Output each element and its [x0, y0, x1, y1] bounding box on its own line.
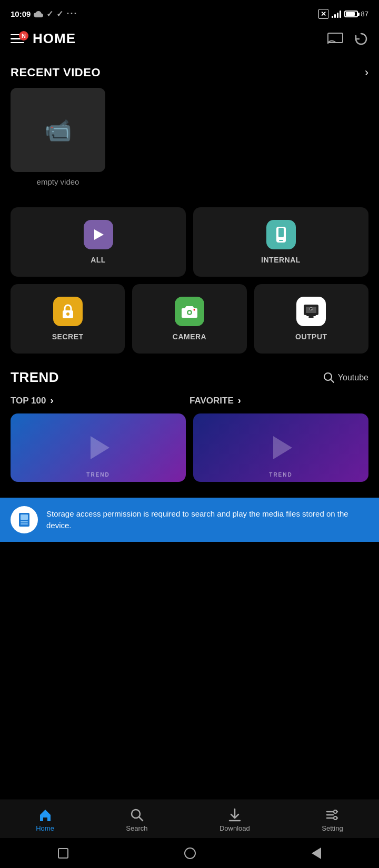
square-icon	[58, 848, 68, 859]
home-label: Home	[36, 824, 54, 832]
nav-home[interactable]: Home	[36, 808, 54, 832]
download-label: Download	[220, 824, 250, 832]
grid-card-camera[interactable]: CAMERA	[132, 284, 246, 354]
trend-card-1[interactable]: TREND	[11, 413, 186, 482]
svg-point-30	[334, 816, 337, 820]
trend-card-2[interactable]: TREND	[193, 413, 368, 482]
favorite-label: FAVORITE	[190, 396, 234, 406]
battery-icon	[344, 11, 358, 17]
empty-video-label: empty video	[11, 177, 105, 186]
favorite-item[interactable]: FAVORITE ›	[190, 395, 368, 406]
home-icon	[38, 808, 53, 822]
trend-sub-header: TOP 100 › FAVORITE ›	[0, 391, 379, 413]
grid-card-output[interactable]: OUTPUT	[254, 284, 368, 354]
youtube-link[interactable]: Youtube	[323, 372, 368, 383]
permission-banner[interactable]: Storage access permission is required to…	[0, 498, 379, 542]
search-nav-icon	[129, 808, 144, 822]
svg-rect-12	[308, 316, 314, 318]
svg-point-29	[334, 810, 337, 813]
status-right: ✕ 87	[318, 9, 368, 19]
secret-label: SECRET	[52, 332, 84, 341]
search-icon	[323, 372, 335, 383]
time: 10:09	[11, 9, 31, 18]
page-title: HOME	[33, 31, 76, 47]
camera-svg-icon	[182, 305, 197, 318]
status-bar: 10:09 ✓ ✓ ··· ✕ 87	[0, 0, 379, 25]
grid-card-secret[interactable]: SECRET	[11, 284, 125, 354]
svg-rect-4	[279, 240, 283, 241]
recent-video-arrow[interactable]: ›	[365, 66, 368, 79]
trend-cards: TREND TREND	[0, 413, 379, 482]
top-nav-left: N HOME	[11, 31, 76, 47]
svg-line-17	[331, 379, 334, 382]
wifi-icon	[332, 11, 341, 18]
top100-arrow: ›	[50, 395, 53, 406]
top100-label: TOP 100	[11, 396, 46, 406]
permission-text: Storage access permission is required to…	[46, 508, 368, 532]
grid-section: ALL INTERNAL SECRET	[0, 197, 379, 359]
trend-play-icon-2	[273, 436, 292, 459]
setting-label: Setting	[322, 824, 343, 832]
secret-icon	[53, 297, 83, 326]
grid-card-internal[interactable]: INTERNAL	[193, 207, 368, 277]
hamburger-line3	[11, 42, 24, 44]
trend-card-2-label: TREND	[269, 472, 292, 478]
top100-item[interactable]: TOP 100 ›	[11, 395, 190, 406]
recent-video-area: 📹 empty video	[0, 88, 379, 197]
battery-level: 87	[361, 10, 368, 18]
camera-label: CAMERA	[173, 332, 206, 341]
home-button[interactable]	[184, 847, 196, 859]
recent-video-header: RECENT VIDEO ›	[0, 57, 379, 88]
top-nav-right	[327, 32, 368, 46]
sd-card-icon	[16, 512, 32, 528]
internal-icon	[266, 220, 296, 249]
x-icon: ✕	[318, 9, 328, 19]
grid-card-all[interactable]: ALL	[11, 207, 186, 277]
check2-icon: ✓	[56, 9, 63, 19]
android-nav	[0, 837, 379, 868]
cast-icon[interactable]	[327, 33, 343, 45]
youtube-label: Youtube	[338, 373, 368, 382]
notification-badge: N	[19, 31, 28, 41]
svg-marker-2	[94, 229, 104, 240]
nav-setting[interactable]: Setting	[322, 808, 343, 832]
output-svg-icon	[303, 304, 319, 319]
phone-icon	[275, 226, 287, 243]
grid-row-1: ALL INTERNAL	[11, 207, 368, 277]
nav-download[interactable]: Download	[220, 808, 250, 832]
svg-rect-19	[21, 514, 28, 520]
trend-header: TREND Youtube	[0, 359, 379, 391]
grid-row-2: SECRET CAMERA	[11, 284, 368, 354]
nav-search[interactable]: Search	[126, 808, 147, 832]
svg-rect-20	[21, 521, 28, 522]
menu-button[interactable]: N	[11, 34, 24, 44]
trend-card-1-label: TREND	[86, 472, 109, 478]
trend-play-icon-1	[91, 436, 109, 459]
output-label: OUTPUT	[295, 332, 327, 341]
svg-rect-5	[278, 228, 284, 237]
more-icon: ···	[66, 8, 77, 19]
recent-video-title: RECENT VIDEO	[11, 66, 101, 79]
svg-line-23	[139, 817, 143, 821]
all-icon	[84, 220, 113, 249]
favorite-arrow: ›	[238, 395, 241, 406]
svg-point-9	[188, 311, 191, 314]
cloud-icon	[34, 9, 43, 19]
circle-icon	[184, 847, 196, 859]
video-thumbnail[interactable]: 📹	[11, 88, 105, 172]
back-button[interactable]	[312, 847, 321, 859]
recent-apps-button[interactable]	[58, 848, 68, 859]
search-label: Search	[126, 824, 147, 832]
svg-point-10	[193, 309, 195, 311]
bottom-nav: Home Search Download Setting	[0, 800, 379, 837]
download-icon	[227, 808, 242, 822]
storage-icon	[11, 506, 38, 533]
video-camera-icon: 📹	[44, 117, 72, 143]
internal-label: INTERNAL	[261, 256, 301, 264]
output-icon	[296, 297, 326, 326]
camera-icon	[175, 297, 204, 326]
status-left: 10:09 ✓ ✓ ···	[11, 8, 77, 19]
refresh-icon[interactable]	[354, 32, 368, 46]
setting-icon	[325, 808, 340, 822]
check1-icon: ✓	[46, 9, 53, 19]
